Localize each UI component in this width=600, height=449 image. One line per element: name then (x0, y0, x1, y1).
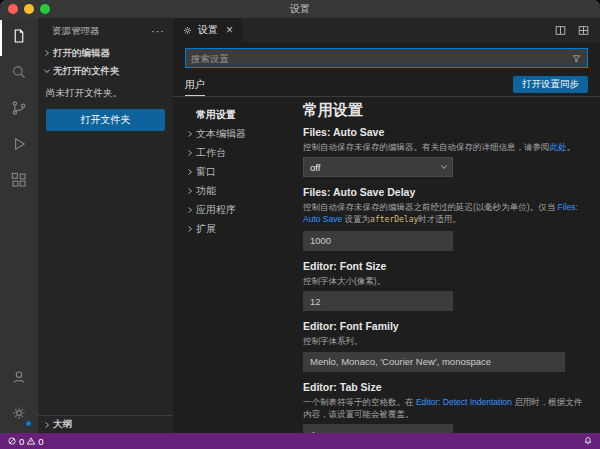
toc-label: 应用程序 (196, 203, 236, 217)
problems-indicator[interactable]: 0 0 (7, 436, 44, 447)
toc-label: 文本编辑器 (196, 127, 246, 141)
editor-toolbar (544, 18, 600, 42)
filter-icon[interactable] (571, 53, 582, 64)
open-editors-section[interactable]: 打开的编辑器 (38, 44, 173, 62)
desc-text: 控制自动保存未保存的编辑器。有关自动保存的详细信息，请参阅 (303, 142, 550, 152)
toc-label: 窗口 (196, 165, 216, 179)
desc-text: 控制自动保存未保存的编辑器之前经过的延迟(以毫秒为单位)。仅当 (303, 202, 558, 212)
desc-text: 时才适用。 (418, 214, 461, 224)
setting-description: 控制字体大小(像素)。 (303, 275, 586, 287)
chevron-right-icon (40, 418, 53, 431)
bell-icon (583, 436, 593, 446)
setting-description: 控制字体系列。 (303, 335, 586, 347)
setting-files-auto-save: Files: Auto Save 控制自动保存未保存的编辑器。有关自动保存的详细… (303, 126, 586, 177)
open-folder-button[interactable]: 打开文件夹 (46, 109, 165, 131)
setting-description: 一个制表符等于的空格数。在 Editor: Detect Indentation… (303, 396, 586, 420)
error-count: 0 (19, 436, 24, 447)
split-editor-icon[interactable] (554, 24, 567, 37)
setting-title: Editor: Font Family (303, 320, 586, 332)
settings-list: 常用设置 Files: Auto Save 控制自动保存未保存的编辑器。有关自动… (291, 97, 600, 433)
source-control-icon (10, 99, 28, 121)
toc-item-text-editor[interactable]: 文本编辑器 (183, 124, 291, 143)
gear-badge (25, 420, 32, 427)
no-folder-message: 尚未打开文件夹。 (38, 80, 173, 102)
run-debug-icon (10, 135, 28, 157)
toc-label: 功能 (196, 184, 216, 198)
setting-tab-size: Editor: Tab Size 一个制表符等于的空格数。在 Editor: D… (303, 381, 586, 434)
font-size-input[interactable] (303, 291, 453, 311)
zoom-window-button[interactable] (40, 4, 50, 14)
notifications-button[interactable] (583, 436, 593, 446)
setting-font-family: Editor: Font Family 控制字体系列。 (303, 320, 586, 372)
activity-bar (0, 18, 38, 433)
tab-settings[interactable]: 设置 × (173, 18, 242, 42)
setting-title: Files: Auto Save Delay (303, 186, 586, 198)
toc-item-window[interactable]: 窗口 (183, 162, 291, 181)
search-activity-button[interactable] (0, 56, 38, 92)
vscode-window: 设置 (0, 0, 600, 449)
toc-item-application[interactable]: 应用程序 (183, 200, 291, 219)
editor-layout-icon[interactable] (577, 24, 590, 37)
toc-label: 扩展 (196, 222, 216, 236)
toc-item-common[interactable]: 常用设置 (183, 105, 291, 124)
chevron-right-icon (183, 146, 196, 159)
font-family-input[interactable] (303, 352, 565, 372)
outline-label: 大纲 (53, 418, 72, 431)
manage-button[interactable] (0, 397, 38, 433)
activity-bar-spacer (0, 200, 38, 361)
accounts-button[interactable] (0, 361, 38, 397)
select-value: off (310, 162, 437, 173)
desc-text: 控制字体大小(像素)。 (303, 276, 385, 286)
settings-search-header (173, 42, 600, 73)
workbench: 资源管理器 ··· 打开的编辑器 无打开的文件夹 尚未打开文件夹。 打开文件夹 (0, 18, 600, 433)
gear-icon (182, 25, 193, 36)
auto-save-delay-input[interactable] (303, 231, 453, 251)
auto-save-select[interactable]: off (303, 157, 453, 177)
setting-title: Editor: Tab Size (303, 381, 586, 393)
warning-count: 0 (38, 436, 43, 447)
no-folder-section[interactable]: 无打开的文件夹 (38, 62, 173, 80)
account-icon (10, 368, 28, 390)
desc-text: 设置为 (342, 214, 370, 224)
error-icon (7, 436, 17, 446)
minimize-window-button[interactable] (24, 4, 34, 14)
title-bar: 设置 (0, 0, 600, 18)
outline-section[interactable]: 大纲 (38, 415, 173, 433)
tab-user-settings[interactable]: 用户 (185, 73, 205, 96)
run-debug-activity-button[interactable] (0, 128, 38, 164)
status-bar: 0 0 (0, 433, 600, 449)
toc-item-workbench[interactable]: 工作台 (183, 143, 291, 162)
sidebar-title: 资源管理器 (52, 25, 100, 38)
here-link[interactable]: 此处 (550, 142, 567, 152)
desc-text: 。 (567, 142, 576, 152)
settings-body: 常用设置 文本编辑器 工作台 窗口 (173, 97, 600, 433)
tab-bar: 设置 × (173, 18, 600, 42)
toc-item-features[interactable]: 功能 (183, 181, 291, 200)
files-icon (10, 27, 28, 49)
turn-on-settings-sync-button[interactable]: 打开设置同步 (513, 76, 588, 93)
no-folder-label: 无打开的文件夹 (53, 65, 120, 78)
detect-indentation-link[interactable]: Editor: Detect Indentation (416, 397, 512, 407)
chevron-right-icon (183, 127, 196, 140)
chevron-right-icon (183, 222, 196, 235)
tab-size-input[interactable] (303, 424, 453, 433)
chevron-down-icon (437, 161, 450, 174)
chevron-right-icon (183, 184, 196, 197)
settings-scope-row: 用户 打开设置同步 (173, 73, 600, 97)
settings-search-input[interactable] (191, 53, 571, 64)
tab-bar-spacer (242, 18, 544, 42)
extensions-activity-button[interactable] (0, 164, 38, 200)
toc-label: 工作台 (196, 146, 226, 160)
setting-description: 控制自动保存未保存的编辑器之前经过的延迟(以毫秒为单位)。仅当 Files: A… (303, 201, 586, 226)
desc-text: 控制字体系列。 (303, 336, 363, 346)
sidebar-spacer (38, 138, 173, 415)
close-window-button[interactable] (8, 4, 18, 14)
warning-icon (26, 436, 36, 446)
window-controls (8, 0, 50, 18)
close-tab-icon[interactable]: × (226, 24, 233, 36)
toc-item-extensions[interactable]: 扩展 (183, 219, 291, 238)
search-icon (10, 63, 28, 85)
source-control-activity-button[interactable] (0, 92, 38, 128)
more-actions-icon[interactable]: ··· (151, 25, 165, 37)
explorer-activity-button[interactable] (0, 20, 38, 56)
